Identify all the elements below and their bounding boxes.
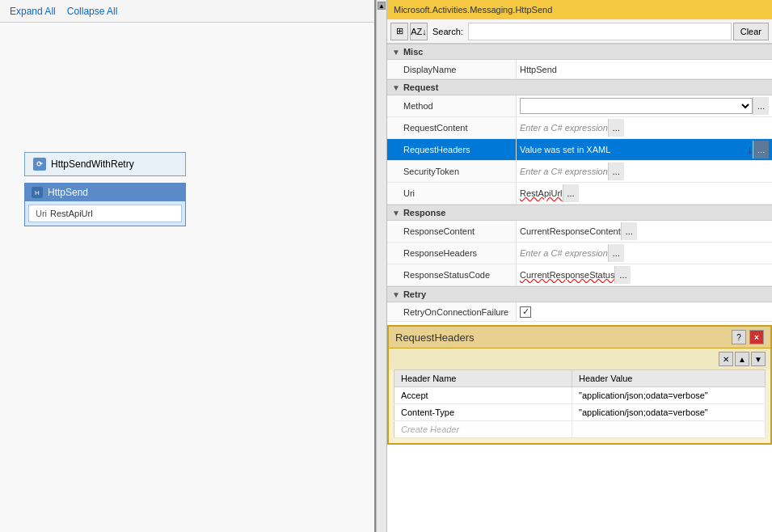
designer-toolbar: Expand All Collapse All <box>0 0 374 23</box>
search-label: Search: <box>429 27 466 36</box>
method-dropdown[interactable] <box>520 98 753 114</box>
scroll-arrow-up[interactable]: ▲ <box>378 2 386 10</box>
retry-activity-box[interactable]: ⟳ HttpSendWithRetry <box>24 152 186 176</box>
create-header-cell[interactable]: Create Header <box>394 421 572 438</box>
retry-activity-label: HttpSendWithRetry <box>51 158 134 170</box>
dialog-delete-btn[interactable]: ✕ <box>719 352 733 366</box>
down-arrow-icon: ↓ <box>747 143 753 156</box>
expand-all-button[interactable]: Expand All <box>6 4 59 19</box>
displayname-text: HttpSend <box>520 65 557 74</box>
retryonconn-value[interactable]: ✓ <box>517 302 772 321</box>
dialog-move-up-btn[interactable]: ▲ <box>735 352 749 366</box>
accept-value: "application/json;odata=verbose" <box>572 387 766 404</box>
securitytoken-ellipsis-btn[interactable]: … <box>608 163 624 180</box>
responsestatcode-value[interactable]: CurrentResponseStatus … <box>517 264 772 285</box>
requestheaders-ellipsis-btn[interactable]: … <box>753 141 769 158</box>
responseheaders-label: ResponseHeaders <box>387 243 517 264</box>
displayname-row: DisplayName HttpSend <box>387 60 772 79</box>
responsecontent-ellipsis-btn[interactable]: … <box>621 222 637 240</box>
requestheaders-dialog: RequestHeaders ? × ✕ ▲ ▼ <box>387 325 772 445</box>
header-name-col: Header Name <box>394 370 572 387</box>
sort-icon-btn[interactable]: ⊞ <box>390 23 408 40</box>
uri-text: RestApiUrl <box>520 188 563 198</box>
responsecontent-row: ResponseContent CurrentResponseContent … <box>387 221 772 243</box>
table-row[interactable]: Content-Type "application/json;odata=ver… <box>394 404 766 421</box>
sort-az-icon-btn[interactable]: AZ↓ <box>410 23 428 40</box>
retryonconn-label: RetryOnConnectionFailure <box>387 302 517 321</box>
retry-section-label: Retry <box>403 289 426 299</box>
securitytoken-text: Enter a C# expression <box>520 167 608 176</box>
securitytoken-value[interactable]: Enter a C# expression … <box>517 161 772 182</box>
uri-value[interactable]: RestApiUrl … <box>517 183 772 204</box>
create-header-value-cell <box>572 421 766 438</box>
responsecontent-text: CurrentResponseContent <box>520 226 621 236</box>
vertical-scrollbar[interactable]: ▲ <box>376 0 387 532</box>
uri-label: Uri <box>387 183 517 204</box>
inner-activity-body: Uri RestApiUrl <box>28 205 182 222</box>
responseheaders-row: ResponseHeaders Enter a C# expression … <box>387 243 772 264</box>
contenttype-name: Content-Type <box>394 404 572 421</box>
retryonconn-row: RetryOnConnectionFailure ✓ <box>387 302 772 322</box>
responsestatcode-ellipsis-btn[interactable]: … <box>614 266 631 284</box>
inner-activity: H HttpSend Uri RestApiUrl <box>24 183 186 226</box>
request-section-label: Request <box>403 82 438 92</box>
properties-title-bar: Microsoft.Activities.Messaging.HttpSend <box>387 0 772 19</box>
dialog-close-btn[interactable]: × <box>749 330 764 344</box>
inner-activity-icon: H <box>32 187 43 198</box>
responseheaders-ellipsis-btn[interactable]: … <box>608 244 624 262</box>
retry-section-header: ▼ Retry <box>387 286 772 302</box>
properties-list: ▼ Misc DisplayName HttpSend ▼ Request Me… <box>387 44 772 532</box>
securitytoken-row: SecurityToken Enter a C# expression … <box>387 161 772 183</box>
dialog-help-btn[interactable]: ? <box>732 330 746 344</box>
misc-section-header: ▼ Misc <box>387 44 772 60</box>
response-collapse-icon[interactable]: ▼ <box>392 209 400 217</box>
requestheaders-value[interactable]: Value was set in XAML ↓ … <box>517 139 772 160</box>
properties-panel: Microsoft.Activities.Messaging.HttpSend … <box>387 0 772 532</box>
responsestatcode-row: ResponseStatusCode CurrentResponseStatus… <box>387 264 772 286</box>
retry-collapse-icon[interactable]: ▼ <box>392 290 400 299</box>
requestheaders-text: Value was set in XAML <box>520 145 744 154</box>
dialog-table-container: Header Name Header Value Accept "applica… <box>389 369 770 443</box>
retryonconn-checkbox[interactable]: ✓ <box>520 306 531 318</box>
uri-row: Uri RestApiUrl … <box>387 183 772 205</box>
dialog-title: RequestHeaders <box>395 331 475 344</box>
uri-label: Uri <box>36 209 47 218</box>
misc-section-label: Misc <box>403 47 423 57</box>
table-row[interactable]: Accept "application/json;odata=verbose" <box>394 387 766 404</box>
requestheaders-label: RequestHeaders <box>387 139 517 160</box>
uri-value: RestApiUrl <box>50 209 93 218</box>
responseheaders-value[interactable]: Enter a C# expression … <box>517 243 772 264</box>
requestcontent-label: RequestContent <box>387 117 517 138</box>
requestcontent-ellipsis-btn[interactable]: … <box>608 119 624 137</box>
clear-button[interactable]: Clear <box>733 23 769 40</box>
method-value[interactable]: … <box>517 95 772 116</box>
responsecontent-value[interactable]: CurrentResponseContent … <box>517 221 772 242</box>
inner-activity-title: H HttpSend <box>25 184 185 201</box>
method-label: Method <box>387 95 517 116</box>
headers-table: Header Name Header Value Accept "applica… <box>394 369 766 438</box>
header-value-col: Header Value <box>572 370 766 387</box>
uri-ellipsis-btn[interactable]: … <box>563 184 579 202</box>
responseheaders-text: Enter a C# expression <box>520 248 608 258</box>
requestcontent-value[interactable]: Enter a C# expression … <box>517 117 772 138</box>
method-ellipsis-btn[interactable]: … <box>753 97 769 115</box>
collapse-all-button[interactable]: Collapse All <box>64 4 121 19</box>
designer-canvas: ⟳ HttpSendWithRetry H HttpSend Uri RestA… <box>0 23 374 532</box>
dialog-move-down-btn[interactable]: ▼ <box>751 352 766 366</box>
requestheaders-row[interactable]: RequestHeaders Value was set in XAML ↓ … <box>387 139 772 161</box>
create-header-placeholder: Create Header <box>401 424 459 434</box>
request-section-header: ▼ Request <box>387 79 772 95</box>
requestcontent-text: Enter a C# expression <box>520 123 608 133</box>
dialog-inner-toolbar: ✕ ▲ ▼ <box>389 348 770 369</box>
response-section-label: Response <box>403 208 446 217</box>
retry-activity-icon: ⟳ <box>33 158 46 171</box>
misc-collapse-icon[interactable]: ▼ <box>392 48 400 57</box>
create-header-row[interactable]: Create Header <box>394 421 766 438</box>
properties-search-input[interactable] <box>468 23 732 40</box>
securitytoken-label: SecurityToken <box>387 161 517 182</box>
dialog-controls: ? × <box>732 330 764 344</box>
method-row: Method … <box>387 95 772 117</box>
request-collapse-icon[interactable]: ▼ <box>392 83 400 92</box>
displayname-value[interactable]: HttpSend <box>517 60 772 78</box>
dialog-title-bar: RequestHeaders ? × <box>389 327 770 348</box>
